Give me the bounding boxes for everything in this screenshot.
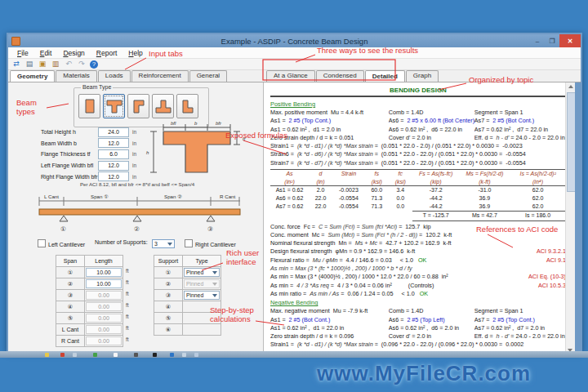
results-line: As min = Max (3 * (fc * 1000)½ , 200) / … bbox=[270, 265, 566, 273]
span-length-input[interactable]: 10.00 bbox=[86, 279, 122, 288]
field-input-left-flange-width-bfl[interactable]: 12.0 bbox=[98, 161, 129, 171]
field-input-total-height-h[interactable]: 24.0 bbox=[98, 127, 129, 137]
span-length-table: SpanLength ①10.00②10.00③0.00④0.00⑤0.00L … bbox=[56, 255, 123, 347]
annotation-rich-user-interface: Rich user interface bbox=[226, 249, 259, 266]
menu-file[interactable]: File bbox=[11, 49, 34, 57]
tab-condensed[interactable]: Condensed bbox=[316, 70, 364, 82]
menu-design[interactable]: Design bbox=[57, 49, 90, 57]
results-section-title: BENDING DESIGN bbox=[270, 87, 566, 95]
chevron-down-icon bbox=[212, 294, 217, 297]
taskbar-icon[interactable] bbox=[194, 353, 198, 357]
svg-text:h: h bbox=[146, 150, 149, 155]
span-label: ② bbox=[56, 278, 85, 290]
table-row: ①Pinned bbox=[154, 267, 221, 278]
span-length-input: 0.00 bbox=[86, 325, 122, 334]
field-input-beam-width-b[interactable]: 12.0 bbox=[98, 138, 129, 148]
tab-geometry[interactable]: Geometry bbox=[10, 70, 55, 82]
print-icon[interactable]: ▤ bbox=[24, 60, 34, 69]
result-tabs: At a GlanceCondensedDetailedGraph bbox=[266, 70, 439, 82]
results-line: Strain6 = (k *d - d6) / (k *d) *Max stra… bbox=[270, 150, 566, 158]
copy-icon[interactable]: ▣ bbox=[38, 60, 47, 69]
support-type-select[interactable]: Pinned bbox=[184, 268, 220, 277]
length-unit: ft bbox=[126, 314, 129, 319]
tab-graph[interactable]: Graph bbox=[406, 70, 439, 82]
support-label: ① bbox=[154, 267, 183, 278]
table-row: R Cant0.00 bbox=[56, 336, 123, 347]
field-label: Right Flange Width bfr bbox=[41, 174, 98, 180]
span-length-input[interactable]: 10.00 bbox=[86, 268, 122, 277]
svg-text:L Cant: L Cant bbox=[44, 194, 59, 199]
taskbar[interactable] bbox=[0, 351, 588, 358]
taskbar-icon[interactable] bbox=[93, 353, 97, 357]
tab-reinforcement[interactable]: Reinforcement bbox=[131, 70, 189, 82]
beam-type-ell-right[interactable] bbox=[176, 94, 198, 118]
support-type-select[interactable]: Pinned bbox=[184, 291, 220, 300]
taskbar-icon[interactable] bbox=[134, 353, 138, 357]
results-line: Zero strain depth / d = k = 0.051Cover d… bbox=[270, 134, 566, 142]
input-tabs: GeometryMaterialsLoadsReinforcementGener… bbox=[10, 70, 228, 82]
table-row: L Cant0.00 bbox=[56, 324, 123, 336]
table-row: ②10.00 bbox=[56, 278, 123, 290]
strain-force-table: AsdStrainfsfcFs = As(fs-fc)Ms = Fs(h/2-d… bbox=[270, 169, 566, 221]
results-line: Max. positive moment Mu = 4.4 k-ftComb =… bbox=[270, 109, 566, 117]
support-type-table: SupportType ①Pinned②Pinned③Pinned④⑤⑥ bbox=[154, 255, 221, 336]
right-cantilever-checkbox[interactable]: Right Cantilever bbox=[185, 239, 236, 247]
length-unit: ft bbox=[126, 302, 129, 308]
span-length-input: 0.00 bbox=[86, 314, 122, 323]
beam-type-tee[interactable] bbox=[103, 94, 125, 118]
aci-note: Per ACI 8.12, bfl and bfr <= 8*tf and be… bbox=[31, 181, 243, 187]
undo-icon[interactable]: ↶ bbox=[64, 60, 74, 69]
results-line: As1 = 2 #5 (Top Cont.)As6 = 2 #5 x 6.00 … bbox=[270, 117, 566, 125]
left-cantilever-checkbox[interactable]: Left Cantilever bbox=[38, 239, 85, 247]
chevron-down-icon bbox=[212, 283, 217, 286]
field-unit: in bbox=[132, 140, 136, 146]
results-line: As1 = 0.62 in² , d1 = 2.0 inAs6 = 0.62 i… bbox=[270, 126, 566, 134]
span-label: L Cant bbox=[56, 324, 85, 336]
support-label: ② bbox=[154, 278, 183, 290]
taskbar-icon[interactable] bbox=[45, 353, 49, 357]
table-row: As6 = 0.6222.0-0.055471.30.0-44.236.962.… bbox=[270, 194, 566, 203]
tab-detailed[interactable]: Detailed bbox=[365, 70, 405, 82]
svg-text:bfr: bfr bbox=[216, 121, 222, 126]
field-unit: in bbox=[132, 174, 136, 180]
beam-type-rectangular[interactable] bbox=[78, 94, 100, 118]
taskbar-icon[interactable] bbox=[73, 353, 77, 357]
field-row: Flange Thickness tf6.0in bbox=[41, 149, 136, 160]
taskbar-icon[interactable] bbox=[153, 353, 157, 357]
table-row: ⑤0.00 bbox=[56, 313, 123, 324]
results-scrollbar[interactable] bbox=[565, 82, 575, 354]
redo-icon[interactable]: ↷ bbox=[77, 60, 87, 69]
taskbar-icon[interactable] bbox=[170, 353, 174, 357]
menu-edit[interactable]: Edit bbox=[34, 49, 58, 57]
tab-materials[interactable]: Materials bbox=[56, 70, 96, 82]
taskbar-icon[interactable] bbox=[114, 353, 118, 357]
menu-help[interactable]: Help bbox=[122, 49, 148, 57]
span-diagram: L Cant Span ① Span ② R Cant ① ② ③ bbox=[29, 194, 248, 241]
taskbar-icon[interactable] bbox=[182, 353, 186, 357]
table-row: As1 = 0.622.0-0.002360.03.4-37.2-31.062.… bbox=[270, 186, 566, 195]
tab-at-a-glance[interactable]: At a Glance bbox=[266, 70, 315, 82]
beam-type-inverted-tee[interactable] bbox=[152, 94, 174, 118]
tab-loads[interactable]: Loads bbox=[98, 70, 131, 82]
title-bar[interactable]: Example - ASDIP - Concrete Beam Design –… bbox=[8, 34, 581, 47]
beam-type-ell-left[interactable] bbox=[127, 94, 149, 118]
table-row: ①10.00 bbox=[56, 267, 123, 278]
field-input-right-flange-width-bfr[interactable]: 12.0 bbox=[98, 172, 129, 181]
field-input-flange-thickness-tf[interactable]: 6.0 bbox=[98, 149, 129, 159]
length-unit: ft bbox=[126, 279, 129, 285]
help-icon[interactable]: ? bbox=[90, 60, 98, 69]
results-line: Strain7 = (k *d - d7) / (k *d) *Max stra… bbox=[270, 159, 566, 167]
annotation-references-to-aci-code: References to ACI code bbox=[476, 225, 558, 234]
results-line: Strain1 = (k *d - d1) / (k *d) *Max stra… bbox=[270, 142, 566, 150]
results-line: As min ratio = As min / As = 0.06 / 1.24… bbox=[270, 290, 566, 298]
results-line: Zero strain depth / d = k = 0.096Cover d… bbox=[270, 332, 566, 341]
field-row: Left Flange Width bfl12.0in bbox=[41, 160, 136, 172]
paste-icon[interactable]: ▥ bbox=[51, 60, 60, 69]
scroll-up-icon[interactable] bbox=[568, 85, 573, 88]
svg-text:①: ① bbox=[60, 225, 66, 233]
tab-general[interactable]: General bbox=[189, 70, 227, 82]
taskbar-icon[interactable] bbox=[60, 353, 65, 357]
number-of-supports-select[interactable]: 3 bbox=[152, 239, 175, 248]
menu-report[interactable]: Report bbox=[91, 49, 123, 57]
sync-icon[interactable]: ⇄ bbox=[11, 60, 21, 69]
